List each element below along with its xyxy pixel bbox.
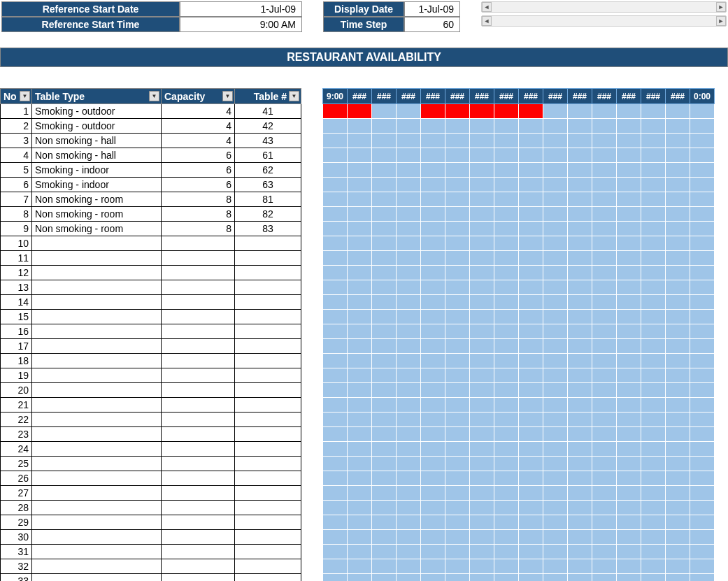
grid-cell[interactable] — [445, 192, 470, 207]
grid-cell[interactable] — [372, 310, 397, 324]
grid-cell[interactable] — [641, 163, 666, 178]
grid-cell[interactable] — [348, 413, 372, 427]
cell-no[interactable]: 21 — [1, 398, 32, 413]
cell-no[interactable]: 31 — [1, 545, 32, 559]
filter-dropdown-icon[interactable]: ▼ — [289, 91, 299, 101]
cell-tablenum[interactable]: 83 — [235, 222, 301, 236]
grid-cell[interactable] — [519, 545, 543, 559]
grid-cell[interactable] — [372, 559, 397, 574]
grid-cell[interactable] — [323, 413, 348, 427]
grid-cell[interactable] — [543, 354, 568, 368]
grid-cell[interactable] — [568, 574, 592, 582]
grid-cell[interactable] — [372, 236, 397, 251]
grid-cell[interactable] — [470, 266, 494, 280]
grid-cell[interactable] — [397, 427, 421, 442]
grid-cell[interactable] — [348, 471, 372, 486]
table-row[interactable]: 3Non smoking - hall443 — [1, 134, 301, 148]
cell-capacity[interactable] — [162, 398, 235, 413]
grid-cell[interactable] — [543, 310, 568, 324]
grid-cell[interactable] — [543, 471, 568, 486]
grid-cell[interactable] — [494, 545, 519, 559]
grid-cell[interactable] — [568, 515, 592, 530]
cell-capacity[interactable] — [162, 545, 235, 559]
grid-cell[interactable] — [372, 501, 397, 515]
cell-no[interactable]: 22 — [1, 413, 32, 427]
grid-cell[interactable] — [519, 383, 543, 398]
grid-cell[interactable] — [543, 236, 568, 251]
grid-cell[interactable] — [666, 310, 690, 324]
table-row[interactable]: 24 — [1, 442, 301, 457]
grid-cell[interactable] — [470, 222, 494, 236]
grid-cell[interactable] — [641, 559, 666, 574]
grid-cell[interactable] — [372, 383, 397, 398]
grid-cell[interactable] — [592, 192, 617, 207]
grid-cell[interactable] — [421, 266, 445, 280]
grid-cell[interactable] — [348, 442, 372, 457]
grid-cell[interactable] — [421, 251, 445, 266]
grid-cell[interactable] — [348, 119, 372, 134]
cell-no[interactable]: 1 — [1, 104, 32, 119]
grid-cell[interactable] — [666, 178, 690, 192]
grid-cell[interactable] — [323, 559, 348, 574]
grid-cell[interactable] — [323, 442, 348, 457]
grid-cell[interactable] — [397, 339, 421, 354]
scrollbar-step[interactable]: ◄ ► — [481, 15, 727, 27]
grid-cell[interactable] — [666, 148, 690, 163]
grid-cell[interactable] — [592, 545, 617, 559]
grid-cell[interactable] — [519, 354, 543, 368]
grid-cell[interactable] — [617, 559, 641, 574]
grid-cell[interactable] — [323, 280, 348, 295]
grid-cell[interactable] — [690, 530, 715, 545]
ref-start-date-value[interactable]: 1-Jul-09 — [180, 1, 302, 17]
cell-no[interactable]: 28 — [1, 501, 32, 515]
grid-cell[interactable] — [372, 134, 397, 148]
grid-cell[interactable] — [494, 383, 519, 398]
grid-cell[interactable] — [519, 427, 543, 442]
scroll-right-icon[interactable]: ► — [716, 16, 726, 26]
grid-cell[interactable] — [470, 324, 494, 339]
cell-capacity[interactable]: 4 — [162, 119, 235, 134]
grid-cell[interactable] — [543, 427, 568, 442]
grid-cell[interactable] — [397, 530, 421, 545]
grid-cell[interactable] — [397, 207, 421, 222]
grid-cell[interactable] — [690, 368, 715, 383]
display-date-value[interactable]: 1-Jul-09 — [404, 1, 460, 17]
grid-cell[interactable] — [470, 207, 494, 222]
grid-cell[interactable] — [641, 178, 666, 192]
grid-cell[interactable] — [568, 427, 592, 442]
grid-cell[interactable] — [421, 501, 445, 515]
grid-cell[interactable] — [690, 192, 715, 207]
col-header-type[interactable]: Table Type▼ — [32, 89, 162, 104]
grid-cell[interactable] — [323, 119, 348, 134]
grid-cell[interactable] — [690, 310, 715, 324]
grid-cell[interactable] — [592, 266, 617, 280]
grid-cell[interactable] — [372, 192, 397, 207]
grid-cell[interactable] — [397, 163, 421, 178]
table-row[interactable]: 14 — [1, 295, 301, 310]
grid-cell[interactable] — [372, 295, 397, 310]
grid-cell[interactable] — [323, 163, 348, 178]
grid-cell[interactable] — [494, 251, 519, 266]
grid-cell[interactable] — [690, 134, 715, 148]
grid-cell[interactable] — [592, 236, 617, 251]
grid-cell[interactable] — [641, 280, 666, 295]
grid-cell[interactable] — [568, 207, 592, 222]
cell-no[interactable]: 8 — [1, 207, 32, 222]
grid-cell[interactable] — [690, 207, 715, 222]
cell-no[interactable]: 30 — [1, 530, 32, 545]
grid-cell[interactable] — [568, 559, 592, 574]
grid-cell[interactable] — [494, 192, 519, 207]
grid-cell[interactable] — [348, 530, 372, 545]
grid-cell[interactable] — [690, 251, 715, 266]
grid-cell[interactable] — [641, 339, 666, 354]
grid-cell[interactable] — [617, 134, 641, 148]
cell-type[interactable] — [32, 324, 162, 339]
grid-cell[interactable] — [372, 427, 397, 442]
cell-tablenum[interactable]: 61 — [235, 148, 301, 163]
table-row[interactable]: 1Smoking - outdoor441 — [1, 104, 301, 119]
grid-cell[interactable] — [323, 471, 348, 486]
grid-cell[interactable] — [666, 354, 690, 368]
grid-cell[interactable] — [519, 457, 543, 471]
grid-cell[interactable] — [568, 398, 592, 413]
grid-cell[interactable] — [445, 413, 470, 427]
